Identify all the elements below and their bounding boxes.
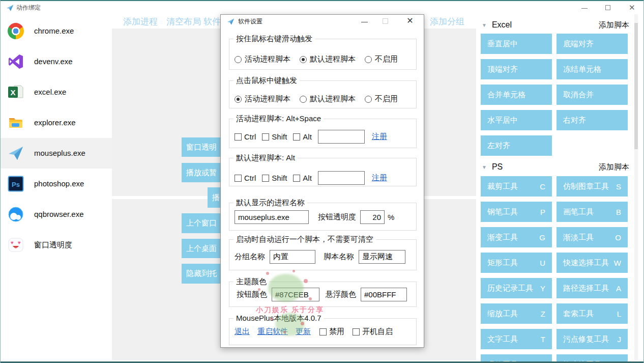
exit-link[interactable]: 退出 [235, 327, 250, 337]
autorun-script-input[interactable] [359, 250, 405, 264]
excel-script-button[interactable]: 顶端对齐 [481, 59, 552, 79]
sidebar-item-label: excel.exe [34, 77, 66, 107]
dialog-minimize-button[interactable] [361, 17, 370, 26]
checkbox-ctrl[interactable]: Ctrl [235, 132, 256, 141]
radio-label: 活动进程脚本 [245, 54, 290, 64]
canvas-button-prev-desktop[interactable]: 上个桌面 [182, 239, 225, 258]
checkbox-alt[interactable]: Alt [293, 174, 312, 182]
checkbox-alt[interactable]: Alt [293, 132, 312, 141]
minimize-button[interactable] [581, 4, 589, 11]
sidebar-item-label: 窗口透明度 [34, 230, 72, 260]
collapse-triangle-icon[interactable]: ▼ [482, 164, 487, 170]
script-key: W [614, 259, 621, 267]
radio-option-active-script[interactable]: 活动进程脚本 [235, 54, 290, 64]
checkbox-shift[interactable]: Shift [262, 174, 287, 182]
radio-option-default-script[interactable]: 默认进程脚本 [300, 54, 356, 64]
checkbox-disable[interactable]: 禁用 [319, 327, 344, 337]
radio-option-active-script[interactable]: 活动进程脚本 [235, 94, 290, 104]
ps-script-button[interactable]: 文字工具T [481, 329, 552, 349]
canvas-button-window-opacity[interactable]: 窗口透明 [182, 137, 225, 157]
dialog-title: 软件设置 [238, 15, 262, 28]
autorun-group-input[interactable] [270, 250, 315, 264]
button-opacity-input[interactable] [360, 210, 385, 224]
hotkey-input[interactable] [318, 130, 365, 144]
excel-script-button[interactable]: 合并单元格 [481, 85, 552, 105]
script-key: C [540, 182, 545, 191]
excel-script-button[interactable]: 水平居中 [481, 110, 552, 130]
app-paper-plane-icon [6, 4, 14, 12]
radio-option-disabled[interactable]: 不启用 [365, 94, 398, 104]
checkbox-shift[interactable]: Shift [262, 132, 287, 141]
add-script-link[interactable]: 添加脚本 [599, 20, 629, 30]
sidebar-item-window-opacity[interactable]: ♥♥ 窗口透明度 [1, 230, 112, 260]
ps-script-button[interactable]: 快速选择工具W [557, 253, 628, 273]
canvas-button-prev-window[interactable]: 上个窗口 [182, 213, 225, 233]
hotkey-input[interactable] [318, 171, 365, 185]
excel-script-button[interactable]: 底端对齐 [557, 34, 628, 54]
script-key: Z [541, 310, 545, 318]
sidebar-item-explorer[interactable]: explorer.exe [1, 107, 112, 138]
ps-script-button[interactable]: 污点修复工具J [557, 329, 628, 349]
ps-script-button[interactable]: 仿制图章工具S [557, 176, 628, 197]
ps-script-button[interactable]: 缩放工具Z [481, 303, 552, 324]
excel-script-button[interactable]: 冻结单元格 [557, 59, 628, 79]
script-label: 合并单元格 [487, 90, 525, 100]
script-label: 冻结单元格 [563, 65, 601, 74]
right-panel-scrollbar[interactable] [634, 14, 638, 360]
menu-add-process[interactable]: 添加进程 [123, 15, 158, 29]
sidebar-item-excel[interactable]: X excel.exe [1, 77, 112, 107]
ps-script-button[interactable]: 矩形工具U [481, 253, 552, 273]
canvas-button-hide-to-tray[interactable]: 隐藏到托 [182, 264, 225, 284]
dialog-maximize-button[interactable] [383, 17, 392, 26]
restart-link[interactable]: 重启软件 [257, 327, 288, 337]
sidebar-item-chrome[interactable]: chrome.exe [1, 16, 112, 46]
radio-label: 默认进程脚本 [310, 94, 356, 104]
process-sidebar: chrome.exe devenv.exe X excel.exe explor… [1, 14, 112, 361]
excel-script-button[interactable]: 左对齐 [481, 135, 552, 156]
ps-script-button[interactable]: 路径选择工具A [557, 278, 628, 298]
radio-option-disabled[interactable]: 不启用 [365, 54, 398, 64]
excel-script-button[interactable]: 取消合并 [557, 85, 628, 105]
ps-script-button[interactable]: 画笔工具B [557, 202, 628, 222]
close-button[interactable]: ✕ [629, 4, 636, 11]
menu-clear-layout[interactable]: 清空布局 [166, 15, 201, 29]
checkbox-autostart[interactable]: 开机自启 [353, 327, 393, 337]
menu-add-group[interactable]: 添加分组 [430, 15, 464, 29]
sidebar-item-photoshop[interactable]: Ps photoshop.exe [1, 169, 112, 199]
checkbox-icon [293, 175, 300, 182]
default-process-input[interactable] [235, 210, 309, 224]
checkbox-icon [235, 175, 242, 182]
radio-label: 不启用 [375, 54, 398, 64]
canvas-button-play-pause[interactable]: 播放或暂 [182, 163, 225, 182]
update-link[interactable]: 更新 [296, 327, 311, 337]
scrollbar-thumb[interactable] [634, 23, 638, 149]
radio-option-default-script[interactable]: 默认进程脚本 [300, 94, 356, 104]
excel-script-button[interactable]: 垂直居中 [481, 34, 552, 54]
register-link[interactable]: 注册 [372, 132, 387, 142]
ps-script-button[interactable]: 渐淡工具O [557, 227, 628, 247]
hover-color-input[interactable] [361, 288, 407, 301]
radio-icon-selected [235, 96, 242, 103]
sidebar-item-devenv[interactable]: devenv.exe [1, 46, 112, 77]
ps-script-button[interactable]: 历史记录工具Y [481, 278, 552, 298]
ps-script-button[interactable]: 套索工具L [557, 303, 628, 324]
script-label: 仿制图章工具 [563, 182, 609, 191]
ps-script-button[interactable]: 渐变工具G [481, 227, 552, 247]
maximize-button[interactable] [605, 4, 612, 11]
sidebar-item-mouseplus[interactable]: mouseplus.exe [1, 138, 112, 169]
collapse-triangle-icon[interactable]: ▼ [482, 22, 487, 28]
button-color-input[interactable] [272, 288, 319, 301]
register-link[interactable]: 注册 [372, 173, 387, 183]
add-script-link[interactable]: 添加脚本 [599, 162, 629, 172]
heart-eyes-emoji-icon: ♥♥ [8, 237, 24, 253]
sidebar-item-qqbrowser[interactable]: qqbrowser.exe [1, 199, 112, 230]
excel-script-button[interactable]: 右对齐 [557, 110, 628, 130]
dialog-close-button[interactable]: ✕ [405, 16, 415, 26]
group-about-version: MousePlus本地版本4.0.7 退出 重启软件 更新 禁用 开机自启 [229, 318, 417, 345]
checkbox-label: Shift [272, 174, 287, 182]
window-border-left [0, 0, 1, 363]
ps-script-button[interactable]: 钢笔工具P [481, 202, 552, 222]
ps-script-button[interactable]: 裁剪工具C [481, 176, 552, 197]
group-middle-click-trigger: 点击鼠标中键触发 活动进程脚本 默认进程脚本 不启用 [229, 80, 417, 108]
checkbox-ctrl[interactable]: Ctrl [235, 174, 256, 182]
